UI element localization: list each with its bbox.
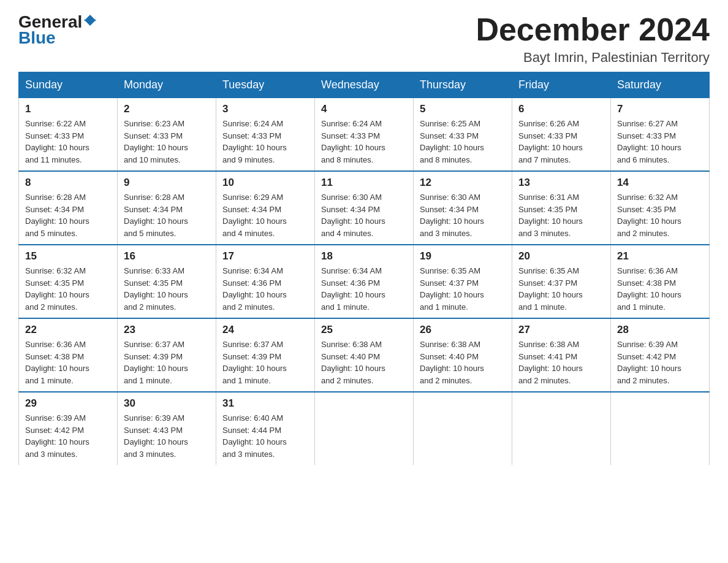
calendar-cell: 16 Sunrise: 6:33 AMSunset: 4:35 PMDaylig… (118, 245, 216, 318)
day-info: Sunrise: 6:28 AMSunset: 4:34 PMDaylight:… (124, 193, 188, 238)
page-header: General Blue December 2024 Bayt Imrin, P… (18, 12, 710, 66)
calendar-cell: 19 Sunrise: 6:35 AMSunset: 4:37 PMDaylig… (414, 245, 512, 318)
day-number: 18 (321, 250, 407, 262)
calendar-cell: 9 Sunrise: 6:28 AMSunset: 4:34 PMDayligh… (118, 171, 216, 245)
day-info: Sunrise: 6:28 AMSunset: 4:34 PMDaylight:… (25, 193, 89, 238)
calendar-cell: 14 Sunrise: 6:32 AMSunset: 4:35 PMDaylig… (611, 171, 710, 245)
day-number: 3 (222, 103, 308, 115)
day-number: 8 (25, 177, 111, 189)
day-number: 11 (321, 177, 407, 189)
calendar-cell: 26 Sunrise: 6:38 AMSunset: 4:40 PMDaylig… (414, 318, 512, 392)
day-info: Sunrise: 6:22 AMSunset: 4:33 PMDaylight:… (25, 119, 89, 164)
calendar-cell: 27 Sunrise: 6:38 AMSunset: 4:41 PMDaylig… (512, 318, 611, 392)
day-number: 31 (222, 397, 308, 410)
day-info: Sunrise: 6:38 AMSunset: 4:41 PMDaylight:… (518, 340, 583, 385)
calendar-cell (414, 392, 512, 465)
calendar-cell: 4 Sunrise: 6:24 AMSunset: 4:33 PMDayligh… (315, 98, 414, 172)
day-info: Sunrise: 6:34 AMSunset: 4:36 PMDaylight:… (222, 266, 287, 312)
day-info: Sunrise: 6:35 AMSunset: 4:37 PMDaylight:… (518, 266, 583, 312)
calendar-cell: 29 Sunrise: 6:39 AMSunset: 4:42 PMDaylig… (19, 392, 118, 465)
day-info: Sunrise: 6:35 AMSunset: 4:37 PMDaylight:… (420, 266, 484, 312)
calendar-cell: 30 Sunrise: 6:39 AMSunset: 4:43 PMDaylig… (118, 392, 216, 465)
day-number: 1 (25, 103, 111, 115)
calendar-cell: 24 Sunrise: 6:37 AMSunset: 4:39 PMDaylig… (216, 318, 315, 392)
day-number: 19 (420, 250, 506, 262)
day-number: 30 (124, 397, 210, 410)
day-info: Sunrise: 6:37 AMSunset: 4:39 PMDaylight:… (222, 340, 287, 385)
calendar-table: SundayMondayTuesdayWednesdayThursdayFrid… (18, 72, 710, 465)
day-info: Sunrise: 6:32 AMSunset: 4:35 PMDaylight:… (25, 266, 89, 312)
week-row-5: 29 Sunrise: 6:39 AMSunset: 4:42 PMDaylig… (19, 392, 710, 465)
weekday-header-tuesday: Tuesday (216, 72, 315, 98)
day-info: Sunrise: 6:25 AMSunset: 4:33 PMDaylight:… (420, 119, 484, 164)
calendar-cell: 15 Sunrise: 6:32 AMSunset: 4:35 PMDaylig… (19, 245, 118, 318)
day-number: 15 (25, 250, 111, 262)
calendar-cell: 7 Sunrise: 6:27 AMSunset: 4:33 PMDayligh… (611, 98, 710, 172)
day-number: 23 (124, 324, 210, 336)
calendar-cell: 28 Sunrise: 6:39 AMSunset: 4:42 PMDaylig… (611, 318, 710, 392)
day-info: Sunrise: 6:37 AMSunset: 4:39 PMDaylight:… (124, 340, 188, 385)
day-number: 13 (518, 177, 604, 189)
calendar-title: December 2024 (476, 12, 710, 47)
day-info: Sunrise: 6:32 AMSunset: 4:35 PMDaylight:… (617, 193, 681, 238)
calendar-cell: 25 Sunrise: 6:38 AMSunset: 4:40 PMDaylig… (315, 318, 414, 392)
calendar-cell (611, 392, 710, 465)
day-number: 22 (25, 324, 111, 336)
calendar-cell: 10 Sunrise: 6:29 AMSunset: 4:34 PMDaylig… (216, 171, 315, 245)
day-info: Sunrise: 6:39 AMSunset: 4:43 PMDaylight:… (124, 413, 188, 459)
day-info: Sunrise: 6:24 AMSunset: 4:33 PMDaylight:… (222, 119, 287, 164)
weekday-header-monday: Monday (118, 72, 216, 98)
calendar-cell: 23 Sunrise: 6:37 AMSunset: 4:39 PMDaylig… (118, 318, 216, 392)
day-number: 14 (617, 177, 703, 189)
calendar-cell: 11 Sunrise: 6:30 AMSunset: 4:34 PMDaylig… (315, 171, 414, 245)
day-number: 24 (222, 324, 308, 336)
week-row-3: 15 Sunrise: 6:32 AMSunset: 4:35 PMDaylig… (19, 245, 710, 318)
day-info: Sunrise: 6:23 AMSunset: 4:33 PMDaylight:… (124, 119, 188, 164)
calendar-cell: 13 Sunrise: 6:31 AMSunset: 4:35 PMDaylig… (512, 171, 611, 245)
day-info: Sunrise: 6:39 AMSunset: 4:42 PMDaylight:… (25, 413, 89, 459)
day-number: 2 (124, 103, 210, 115)
calendar-cell: 3 Sunrise: 6:24 AMSunset: 4:33 PMDayligh… (216, 98, 315, 172)
weekday-header-row: SundayMondayTuesdayWednesdayThursdayFrid… (19, 72, 710, 98)
day-number: 27 (518, 324, 604, 336)
weekday-header-thursday: Thursday (414, 72, 512, 98)
weekday-header-wednesday: Wednesday (315, 72, 414, 98)
calendar-cell: 8 Sunrise: 6:28 AMSunset: 4:34 PMDayligh… (19, 171, 118, 245)
weekday-header-sunday: Sunday (19, 72, 118, 98)
calendar-cell: 6 Sunrise: 6:26 AMSunset: 4:33 PMDayligh… (512, 98, 611, 172)
day-number: 17 (222, 250, 308, 262)
calendar-subtitle: Bayt Imrin, Palestinian Territory (476, 50, 710, 66)
week-row-2: 8 Sunrise: 6:28 AMSunset: 4:34 PMDayligh… (19, 171, 710, 245)
calendar-cell: 22 Sunrise: 6:36 AMSunset: 4:38 PMDaylig… (19, 318, 118, 392)
day-number: 16 (124, 250, 210, 262)
day-number: 26 (420, 324, 506, 336)
day-info: Sunrise: 6:39 AMSunset: 4:42 PMDaylight:… (617, 340, 681, 385)
day-info: Sunrise: 6:36 AMSunset: 4:38 PMDaylight:… (25, 340, 89, 385)
day-number: 20 (518, 250, 604, 262)
calendar-cell: 17 Sunrise: 6:34 AMSunset: 4:36 PMDaylig… (216, 245, 315, 318)
title-section: December 2024 Bayt Imrin, Palestinian Te… (476, 12, 710, 66)
day-number: 25 (321, 324, 407, 336)
calendar-cell: 5 Sunrise: 6:25 AMSunset: 4:33 PMDayligh… (414, 98, 512, 172)
day-number: 9 (124, 177, 210, 189)
week-row-4: 22 Sunrise: 6:36 AMSunset: 4:38 PMDaylig… (19, 318, 710, 392)
calendar-cell: 12 Sunrise: 6:30 AMSunset: 4:34 PMDaylig… (414, 171, 512, 245)
calendar-cell: 18 Sunrise: 6:34 AMSunset: 4:36 PMDaylig… (315, 245, 414, 318)
day-info: Sunrise: 6:24 AMSunset: 4:33 PMDaylight:… (321, 119, 385, 164)
day-number: 29 (25, 397, 111, 410)
day-info: Sunrise: 6:26 AMSunset: 4:33 PMDaylight:… (518, 119, 583, 164)
calendar-cell: 20 Sunrise: 6:35 AMSunset: 4:37 PMDaylig… (512, 245, 611, 318)
logo-text-blue: Blue (18, 28, 56, 48)
calendar-cell: 2 Sunrise: 6:23 AMSunset: 4:33 PMDayligh… (118, 98, 216, 172)
calendar-cell: 21 Sunrise: 6:36 AMSunset: 4:38 PMDaylig… (611, 245, 710, 318)
day-info: Sunrise: 6:40 AMSunset: 4:44 PMDaylight:… (222, 413, 287, 459)
day-number: 7 (617, 103, 703, 115)
day-info: Sunrise: 6:33 AMSunset: 4:35 PMDaylight:… (124, 266, 188, 312)
day-number: 4 (321, 103, 407, 115)
calendar-cell: 31 Sunrise: 6:40 AMSunset: 4:44 PMDaylig… (216, 392, 315, 465)
day-number: 5 (420, 103, 506, 115)
day-info: Sunrise: 6:29 AMSunset: 4:34 PMDaylight:… (222, 193, 287, 238)
calendar-cell: 1 Sunrise: 6:22 AMSunset: 4:33 PMDayligh… (19, 98, 118, 172)
logo: General Blue (18, 12, 96, 48)
day-info: Sunrise: 6:30 AMSunset: 4:34 PMDaylight:… (321, 193, 385, 238)
